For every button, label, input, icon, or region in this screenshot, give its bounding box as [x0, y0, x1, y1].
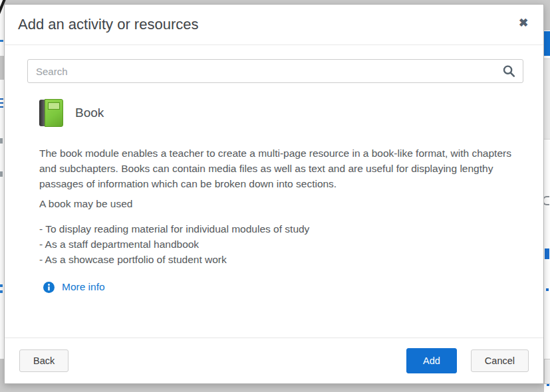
background-fragment	[544, 58, 550, 140]
background-blue-button-fragment	[544, 31, 550, 56]
background-fragment	[544, 359, 550, 384]
list-item: - To display reading material for indivi…	[39, 221, 309, 237]
list-item: - As a staff departmental handbook	[39, 237, 309, 252]
modal-header: Add an activity or resources ✖	[5, 5, 543, 45]
background-fragment	[544, 0, 550, 31]
more-info-link[interactable]: More info	[43, 281, 105, 293]
background-fragment	[0, 171, 3, 177]
book-icon	[39, 99, 64, 127]
list-item: - As a showcase portfolio of student wor…	[39, 252, 309, 267]
add-activity-modal: Add an activity or resources ✖ Book The …	[4, 4, 544, 384]
usage-list: - To display reading material for indivi…	[39, 221, 309, 267]
background-page-right	[544, 0, 550, 392]
screen: Add an activity or resources ✖ Book The …	[0, 0, 550, 392]
search-icon	[502, 64, 515, 78]
usage-intro: A book may be used	[39, 196, 132, 211]
background-fragment	[0, 284, 3, 287]
modal-footer: Back Add Cancel	[5, 338, 543, 383]
background-fragment	[545, 248, 549, 259]
activity-name: Book	[75, 106, 104, 120]
background-fragment	[547, 384, 549, 386]
add-button[interactable]: Add	[406, 348, 457, 373]
background-fragment	[0, 98, 3, 100]
background-fragment	[0, 138, 3, 144]
search-input[interactable]	[27, 59, 523, 83]
back-button[interactable]: Back	[19, 349, 69, 372]
info-icon	[43, 282, 55, 293]
search-row	[27, 59, 523, 83]
activity-header: Book	[39, 99, 104, 127]
background-fragment	[0, 40, 3, 42]
modal-title: Add an activity or resources	[18, 16, 198, 33]
activity-description: The book module enables a teacher to cre…	[39, 146, 519, 191]
cancel-button[interactable]: Cancel	[471, 349, 529, 372]
background-fragment	[546, 288, 549, 291]
more-info-label: More info	[62, 281, 105, 293]
close-icon[interactable]: ✖	[515, 15, 531, 31]
